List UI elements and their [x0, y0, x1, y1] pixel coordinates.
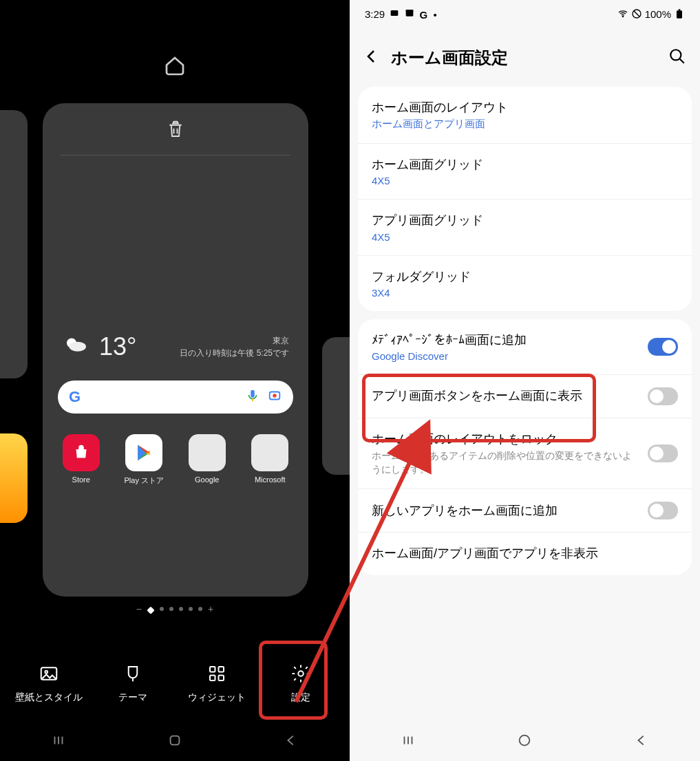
add-page-icon[interactable]: + [208, 607, 213, 614]
page-peek-right[interactable] [322, 103, 350, 597]
svg-point-16 [622, 16, 623, 17]
toggle-add-new-apps[interactable] [648, 502, 678, 519]
svg-rect-15 [406, 10, 414, 12]
page-indicator[interactable]: − + [0, 607, 350, 614]
folder-icon [189, 434, 226, 471]
row-hide-apps[interactable]: ホーム画面/アプリ画面でアプリを非表示 [358, 533, 692, 575]
app-store[interactable]: Store [54, 434, 109, 486]
settings-panel: 3:29 G • 100% ホーム画面設定 ホーム画面のレイアウト ホーム画面と… [350, 0, 700, 761]
page-title: ホーム画面設定 [391, 47, 508, 69]
remove-page-icon[interactable]: − [136, 607, 142, 614]
nav-bar [0, 722, 350, 761]
settings-list: ホーム画面のレイアウト ホーム画面とアプリ画面 ホーム画面グリッド 4X5 アプ… [358, 87, 692, 311]
page-peek-left[interactable] [0, 103, 28, 597]
recents-button[interactable] [401, 733, 416, 751]
lens-icon[interactable] [267, 388, 282, 406]
search-button[interactable] [668, 47, 686, 68]
nav-bar [350, 722, 700, 761]
widgets-button[interactable]: ウィジェット [179, 659, 255, 707]
settings-header: ホーム画面設定 [350, 28, 700, 83]
toggle-lock-layout[interactable] [648, 444, 678, 462]
wallpaper-button[interactable]: 壁紙とスタイル [11, 659, 87, 707]
svg-point-1 [70, 342, 87, 352]
svg-rect-18 [677, 10, 682, 18]
svg-rect-19 [679, 9, 681, 10]
brush-icon [123, 663, 143, 684]
status-time: 3:29 [365, 8, 385, 20]
dot-home[interactable] [147, 606, 154, 614]
back-button[interactable] [284, 733, 299, 751]
temperature: 13° [99, 332, 136, 361]
trash-icon [165, 119, 186, 140]
themes-button[interactable]: テーマ [95, 659, 171, 707]
svg-rect-7 [210, 667, 215, 672]
svg-point-4 [273, 394, 277, 398]
annotation-highlight-settings [259, 641, 328, 720]
store-icon [63, 434, 100, 471]
svg-rect-2 [251, 390, 255, 398]
home-editor-panel: 13° 東京 日の入り時刻は午後 5:25です G Store Play ストア [0, 0, 350, 761]
app-google-folder[interactable]: Google [180, 434, 235, 486]
play-icon [125, 434, 162, 471]
svg-point-20 [670, 50, 681, 60]
svg-rect-13 [391, 10, 399, 16]
weather-widget[interactable]: 13° 東京 日の入り時刻は午後 5:25です [43, 331, 308, 363]
svg-rect-9 [210, 675, 215, 680]
delete-page-button[interactable] [43, 103, 308, 155]
folder-icon [251, 434, 288, 471]
svg-point-6 [45, 670, 47, 673]
status-icons-left: G • [389, 8, 436, 21]
svg-rect-8 [219, 667, 224, 672]
toggle-apps-button[interactable] [648, 387, 678, 405]
back-button[interactable] [363, 48, 380, 67]
app-row: Store Play ストア Google Microsoft [43, 414, 308, 486]
svg-rect-12 [171, 736, 180, 745]
mic-icon[interactable] [245, 388, 260, 406]
svg-point-21 [520, 736, 530, 746]
wifi-icon [617, 8, 628, 19]
home-button[interactable] [517, 733, 532, 751]
widgets-icon [206, 663, 227, 684]
weather-sunset: 日の入り時刻は午後 5:25です [180, 347, 289, 359]
settings-list-2: ﾒﾃﾞｨｱﾍﾟｰｼﾞをﾎｰﾑ画面に追加 Google Discover アプリ画… [358, 319, 692, 575]
status-bar: 3:29 G • 100% [350, 0, 700, 28]
row-add-new-apps[interactable]: 新しいアプリをホーム画面に追加 [358, 489, 692, 533]
weather-city: 東京 [180, 334, 289, 347]
recents-button[interactable] [51, 733, 66, 751]
app-microsoft-folder[interactable]: Microsoft [242, 434, 297, 486]
row-media-page[interactable]: ﾒﾃﾞｨｱﾍﾟｰｼﾞをﾎｰﾑ画面に追加 Google Discover [358, 319, 692, 375]
weather-icon [62, 331, 91, 363]
default-home-indicator [0, 0, 350, 78]
row-folder-grid[interactable]: フォルダグリッド 3X4 [358, 256, 692, 311]
google-search-bar[interactable]: G [58, 380, 293, 414]
divider [61, 155, 290, 156]
status-icons-right: 100% [617, 8, 685, 20]
google-logo: G [69, 388, 81, 406]
row-home-grid[interactable]: ホーム画面グリッド 4X5 [358, 144, 692, 200]
svg-rect-10 [219, 675, 224, 680]
back-button[interactable] [634, 733, 649, 751]
home-button[interactable] [167, 733, 182, 751]
row-app-grid[interactable]: アプリ画面グリッド 4X5 [358, 200, 692, 255]
battery-icon [674, 8, 685, 19]
toggle-media-page[interactable] [648, 338, 678, 356]
row-home-layout[interactable]: ホーム画面のレイアウト ホーム画面とアプリ画面 [358, 87, 692, 144]
home-page-preview[interactable]: 13° 東京 日の入り時刻は午後 5:25です G Store Play ストア [43, 103, 308, 597]
dnd-icon [631, 8, 642, 19]
image-icon [39, 663, 59, 684]
battery-text: 100% [645, 8, 671, 20]
app-play[interactable]: Play ストア [116, 434, 171, 486]
annotation-highlight-media [362, 374, 596, 442]
